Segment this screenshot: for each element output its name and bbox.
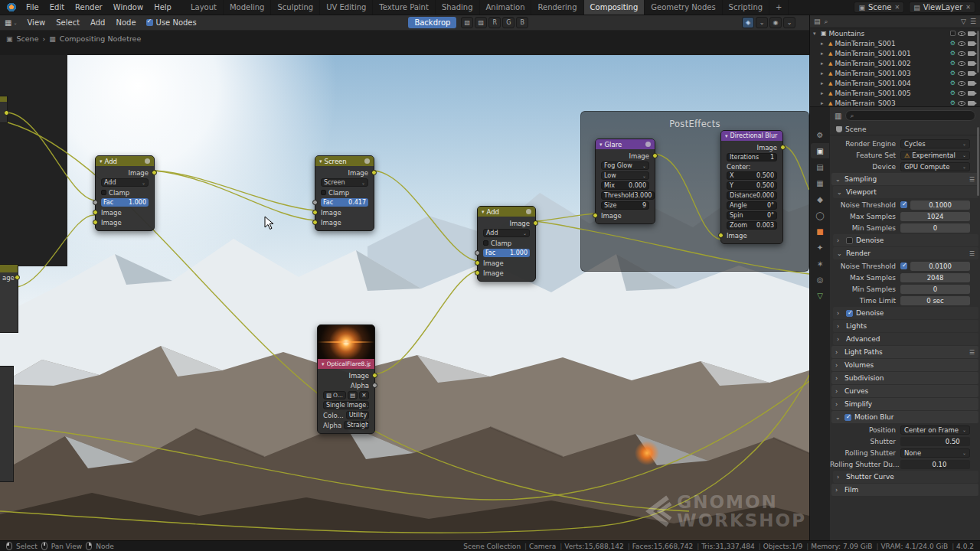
blend-mode-select[interactable]: Screen⌄: [321, 178, 368, 187]
outliner-row-object[interactable]: ▸▲MainTerrain_S001.005⚙: [810, 88, 980, 98]
subsection-advanced[interactable]: ›Advanced: [833, 333, 978, 345]
expand-icon[interactable]: ▸: [821, 90, 826, 96]
viewport-noise-value[interactable]: 0.1000: [910, 201, 970, 210]
socket-image-out[interactable]: [780, 145, 786, 150]
menu-view[interactable]: View: [21, 15, 51, 30]
node-header[interactable]: ▾Screen: [315, 156, 374, 166]
socket-image-in[interactable]: [718, 233, 724, 238]
render-tab-icon[interactable]: ▣: [811, 143, 829, 158]
physics-tab-icon[interactable]: ◎: [811, 272, 829, 287]
render-visibility-icon[interactable]: [968, 91, 975, 96]
clamp-checkbox[interactable]: [483, 240, 488, 246]
menu-file[interactable]: File: [21, 0, 44, 15]
use-nodes-checkbox[interactable]: [146, 19, 153, 26]
channel-b-button[interactable]: B: [516, 17, 528, 28]
hide-eye-icon[interactable]: [958, 71, 965, 76]
render-visibility-icon[interactable]: [968, 31, 975, 36]
presets-icon[interactable]: ☰: [969, 349, 975, 356]
node-mix-add-2[interactable]: ▾Add Image Add⌄ Clamp Fac1.000 Image Ima…: [477, 206, 536, 282]
hide-eye-icon[interactable]: [958, 41, 965, 46]
use-nodes-toggle[interactable]: Use Nodes: [146, 18, 197, 27]
hide-eye-icon[interactable]: [958, 31, 965, 36]
blend-mode-select[interactable]: Add⌄: [101, 178, 149, 187]
offscreen-node-stub[interactable]: age: [0, 264, 18, 333]
outliner-row-object[interactable]: ▸▲MainTerrain_S001.001⚙: [810, 48, 980, 58]
offscreen-node-stub[interactable]: [0, 366, 14, 482]
modifiers-tab-icon[interactable]: ✦: [811, 240, 829, 255]
socket-image-in[interactable]: [93, 210, 98, 215]
socket-image-out[interactable]: [15, 275, 20, 280]
feature-set-select[interactable]: ⚠Experimental⌄: [900, 151, 970, 160]
node-header[interactable]: ▾Add: [96, 156, 154, 166]
render-visibility-icon[interactable]: [968, 51, 975, 56]
render-engine-select[interactable]: Cycles⌄: [900, 139, 970, 148]
viewport-max-samples-value[interactable]: 1024: [900, 212, 970, 221]
mb-rolling-duration-slider[interactable]: 0.10: [900, 460, 970, 469]
mb-shutter-slider[interactable]: 0.50: [900, 437, 970, 446]
socket-image-out[interactable]: [152, 170, 157, 175]
node-image-opticalflare[interactable]: ▾OpticalFlare8.jpg Image Alpha ▧O... ▤ ✕…: [317, 324, 375, 434]
collapse-icon[interactable]: ▾: [322, 361, 325, 367]
properties-scrollbar[interactable]: [977, 127, 979, 196]
search-icon[interactable]: ⌕: [825, 18, 828, 26]
properties-editor-icon[interactable]: ▥: [835, 112, 841, 120]
expand-icon[interactable]: ▸: [821, 51, 826, 57]
socket-fac-in[interactable]: [475, 250, 480, 256]
channel-g-button[interactable]: G: [502, 17, 514, 28]
exclude-checkbox[interactable]: [950, 31, 956, 36]
socket-image-out[interactable]: [371, 170, 377, 175]
render-visibility-icon[interactable]: [968, 101, 975, 106]
distance-field[interactable]: Distance0.000: [727, 191, 777, 200]
denoise-checkbox[interactable]: [846, 310, 853, 317]
collapse-icon[interactable]: ▾: [599, 142, 603, 148]
render-min-samples-value[interactable]: 0: [900, 285, 970, 294]
clamp-checkbox[interactable]: [101, 190, 106, 195]
tab-compositing[interactable]: Compositing: [584, 0, 645, 15]
hide-eye-icon[interactable]: [958, 101, 965, 106]
tab-uv-editing[interactable]: UV Editing: [320, 0, 373, 15]
output-tab-icon[interactable]: ▤: [811, 159, 829, 174]
blend-mode-select[interactable]: Add⌄: [483, 229, 530, 237]
section-simplify[interactable]: ›Simplify: [831, 398, 978, 410]
collapse-icon[interactable]: ▾: [319, 158, 322, 165]
hide-eye-icon[interactable]: [958, 51, 965, 56]
editor-type-menu[interactable]: ▦⌄: [0, 18, 21, 27]
object-data-tab-icon[interactable]: ▽: [811, 288, 829, 303]
section-sampling[interactable]: ⌄Sampling☰: [831, 173, 978, 185]
hide-eye-icon[interactable]: [958, 91, 965, 96]
section-motion-blur[interactable]: ⌄Motion Blur: [831, 411, 978, 423]
collapse-icon[interactable]: ▾: [100, 158, 103, 165]
modifier-icon[interactable]: ⚙: [950, 41, 956, 47]
node-header[interactable]: ▾Glare: [596, 139, 655, 149]
center-x-field[interactable]: X0.500: [727, 171, 777, 180]
colorspace-select[interactable]: Utility -...⌄: [346, 411, 369, 419]
tab-animation[interactable]: Animation: [480, 0, 532, 15]
tab-sculpting[interactable]: Sculpting: [271, 0, 320, 15]
socket-image-in[interactable]: [93, 220, 98, 225]
subsection-shutter-curve[interactable]: ›Shutter Curve: [833, 471, 978, 483]
snapping-icon[interactable]: ◈: [742, 17, 754, 28]
tab-shading[interactable]: Shading: [436, 0, 480, 15]
clamp-checkbox[interactable]: [321, 190, 326, 195]
image-source-select[interactable]: Single Image⌄: [323, 401, 369, 409]
node-mix-add-1[interactable]: ▾Add Image Add⌄ Clamp Fac1.000 Image Ima…: [95, 155, 155, 231]
node-glare[interactable]: ▾Glare Image Fog Glow⌄ Low⌄ Mix0.000 Thr…: [595, 139, 655, 224]
fac-slider[interactable]: Fac1.000: [101, 198, 149, 207]
modifier-icon[interactable]: ⚙: [950, 90, 956, 96]
filter-icon[interactable]: ▽: [961, 18, 966, 25]
presets-icon[interactable]: ☰: [969, 176, 975, 183]
unlink-scene-icon[interactable]: ✕: [894, 4, 900, 11]
denoise-checkbox[interactable]: [846, 237, 853, 244]
properties-breadcrumb[interactable]: Scene: [830, 124, 980, 135]
socket-alpha-out[interactable]: [372, 383, 377, 388]
outliner-row-collection[interactable]: ▾ ▣ Mountains: [810, 28, 980, 38]
menu-select[interactable]: Select: [51, 15, 85, 30]
overlays-icon[interactable]: ◉: [769, 17, 782, 28]
socket-fac-in[interactable]: [93, 200, 98, 205]
mb-position-select[interactable]: Center on Frame⌄: [900, 425, 970, 435]
mb-rolling-shutter-select[interactable]: None⌄: [900, 448, 970, 458]
scene-selector[interactable]: ▣ Scene ✕: [854, 2, 904, 13]
breadcrumb-nodetree[interactable]: Compositing Nodetree: [60, 34, 141, 43]
socket-fac-in[interactable]: [312, 200, 318, 205]
zoom-field[interactable]: Zoom0.003: [727, 221, 777, 230]
